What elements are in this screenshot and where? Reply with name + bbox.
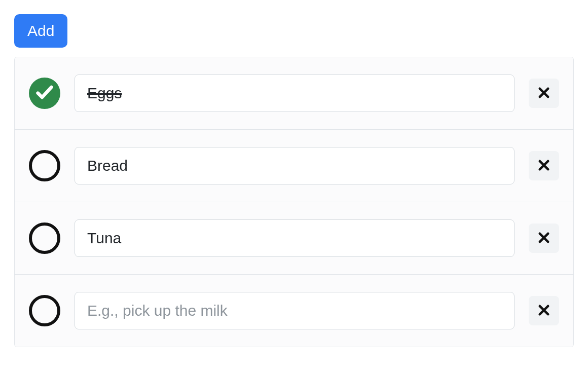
close-icon	[537, 158, 551, 174]
item-text-input[interactable]	[75, 75, 514, 112]
checkbox-checked[interactable]	[29, 78, 60, 109]
close-icon	[537, 231, 551, 246]
remove-button[interactable]	[529, 79, 559, 108]
item-text-input[interactable]	[75, 147, 514, 184]
todo-list	[14, 57, 574, 347]
item-text-input[interactable]	[75, 292, 514, 329]
check-icon	[34, 82, 55, 104]
close-icon	[537, 303, 551, 319]
list-item	[15, 130, 573, 202]
remove-button[interactable]	[529, 151, 559, 180]
list-item	[15, 275, 573, 347]
list-item	[15, 57, 573, 130]
add-button[interactable]: Add	[14, 14, 67, 48]
remove-button[interactable]	[529, 224, 559, 253]
checkbox-unchecked[interactable]	[29, 295, 60, 326]
list-item	[15, 202, 573, 275]
checkbox-unchecked[interactable]	[29, 222, 60, 254]
item-text-input[interactable]	[75, 219, 514, 257]
checkbox-unchecked[interactable]	[29, 150, 60, 181]
remove-button[interactable]	[529, 296, 559, 325]
close-icon	[537, 86, 551, 101]
